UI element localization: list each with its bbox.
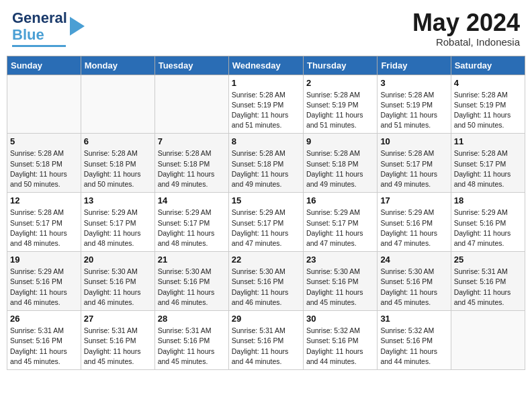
table-row: 21Sunrise: 5:30 AM Sunset: 5:16 PM Dayli…	[154, 252, 228, 311]
calendar-week-3: 12Sunrise: 5:28 AM Sunset: 5:17 PM Dayli…	[7, 193, 525, 252]
day-info: Sunrise: 5:31 AM Sunset: 5:16 PM Dayligh…	[454, 267, 522, 308]
day-number: 2	[306, 78, 374, 88]
day-number: 26	[10, 314, 78, 324]
day-info: Sunrise: 5:28 AM Sunset: 5:19 PM Dayligh…	[232, 90, 300, 131]
table-row: 20Sunrise: 5:30 AM Sunset: 5:16 PM Dayli…	[81, 252, 154, 311]
day-number: 18	[454, 195, 522, 205]
day-number: 23	[306, 255, 374, 265]
table-row: 16Sunrise: 5:29 AM Sunset: 5:17 PM Dayli…	[303, 193, 377, 252]
day-number: 21	[158, 255, 226, 265]
day-number: 20	[84, 255, 152, 265]
table-row: 4Sunrise: 5:28 AM Sunset: 5:19 PM Daylig…	[451, 75, 525, 134]
day-info: Sunrise: 5:29 AM Sunset: 5:17 PM Dayligh…	[232, 208, 300, 248]
month-title: May 2024	[412, 9, 520, 36]
day-info: Sunrise: 5:28 AM Sunset: 5:17 PM Dayligh…	[10, 208, 78, 248]
table-row: 31Sunrise: 5:32 AM Sunset: 5:16 PM Dayli…	[378, 311, 451, 370]
table-row: 28Sunrise: 5:31 AM Sunset: 5:16 PM Dayli…	[154, 311, 228, 370]
table-row: 22Sunrise: 5:30 AM Sunset: 5:16 PM Dayli…	[228, 252, 303, 311]
day-number: 31	[380, 314, 447, 324]
table-row: 25Sunrise: 5:31 AM Sunset: 5:16 PM Dayli…	[451, 252, 525, 311]
day-info: Sunrise: 5:29 AM Sunset: 5:17 PM Dayligh…	[158, 208, 226, 248]
location-subtitle: Robatal, Indonesia	[412, 36, 520, 48]
day-number: 4	[454, 78, 522, 88]
day-number: 8	[232, 136, 300, 146]
day-number: 9	[306, 136, 374, 146]
col-friday: Friday	[378, 56, 451, 75]
day-info: Sunrise: 5:30 AM Sunset: 5:16 PM Dayligh…	[380, 267, 447, 308]
day-info: Sunrise: 5:28 AM Sunset: 5:17 PM Dayligh…	[380, 148, 447, 189]
day-number: 7	[158, 136, 226, 146]
day-number: 27	[84, 314, 152, 324]
table-row	[7, 75, 81, 134]
title-block: May 2024 Robatal, Indonesia	[412, 9, 520, 48]
day-number: 25	[454, 255, 522, 265]
day-info: Sunrise: 5:29 AM Sunset: 5:17 PM Dayligh…	[306, 208, 374, 248]
calendar-week-2: 5Sunrise: 5:28 AM Sunset: 5:18 PM Daylig…	[7, 134, 525, 193]
day-info: Sunrise: 5:29 AM Sunset: 5:17 PM Dayligh…	[84, 208, 152, 248]
day-info: Sunrise: 5:32 AM Sunset: 5:16 PM Dayligh…	[380, 326, 447, 367]
day-number: 11	[454, 136, 522, 146]
day-info: Sunrise: 5:30 AM Sunset: 5:16 PM Dayligh…	[232, 267, 300, 308]
table-row	[451, 311, 525, 370]
table-row: 8Sunrise: 5:28 AM Sunset: 5:18 PM Daylig…	[228, 134, 303, 193]
col-thursday: Thursday	[303, 56, 377, 75]
table-row: 1Sunrise: 5:28 AM Sunset: 5:19 PM Daylig…	[228, 75, 303, 134]
day-info: Sunrise: 5:29 AM Sunset: 5:16 PM Dayligh…	[10, 267, 78, 308]
calendar-table: Sunday Monday Tuesday Wednesday Thursday…	[7, 56, 525, 370]
table-row: 15Sunrise: 5:29 AM Sunset: 5:17 PM Dayli…	[228, 193, 303, 252]
day-number: 30	[306, 314, 374, 324]
day-info: Sunrise: 5:31 AM Sunset: 5:16 PM Dayligh…	[232, 326, 300, 367]
table-row: 6Sunrise: 5:28 AM Sunset: 5:18 PM Daylig…	[81, 134, 154, 193]
day-info: Sunrise: 5:28 AM Sunset: 5:19 PM Dayligh…	[454, 90, 522, 131]
table-row: 24Sunrise: 5:30 AM Sunset: 5:16 PM Dayli…	[378, 252, 451, 311]
logo-general: General	[12, 9, 67, 26]
col-sunday: Sunday	[7, 56, 81, 75]
table-row: 12Sunrise: 5:28 AM Sunset: 5:17 PM Dayli…	[7, 193, 81, 252]
col-tuesday: Tuesday	[154, 56, 228, 75]
day-info: Sunrise: 5:28 AM Sunset: 5:19 PM Dayligh…	[306, 90, 374, 131]
day-number: 1	[232, 78, 300, 88]
day-info: Sunrise: 5:28 AM Sunset: 5:18 PM Dayligh…	[232, 148, 300, 189]
table-row: 10Sunrise: 5:28 AM Sunset: 5:17 PM Dayli…	[378, 134, 451, 193]
table-row: 23Sunrise: 5:30 AM Sunset: 5:16 PM Dayli…	[303, 252, 377, 311]
day-number: 22	[232, 255, 300, 265]
table-row: 2Sunrise: 5:28 AM Sunset: 5:19 PM Daylig…	[303, 75, 377, 134]
day-info: Sunrise: 5:28 AM Sunset: 5:18 PM Dayligh…	[158, 148, 226, 189]
calendar-header-row: Sunday Monday Tuesday Wednesday Thursday…	[7, 56, 525, 75]
table-row: 5Sunrise: 5:28 AM Sunset: 5:18 PM Daylig…	[7, 134, 81, 193]
calendar-week-1: 1Sunrise: 5:28 AM Sunset: 5:19 PM Daylig…	[7, 75, 525, 134]
table-row: 17Sunrise: 5:29 AM Sunset: 5:16 PM Dayli…	[378, 193, 451, 252]
day-info: Sunrise: 5:28 AM Sunset: 5:18 PM Dayligh…	[84, 148, 152, 189]
day-number: 19	[10, 255, 78, 265]
day-info: Sunrise: 5:29 AM Sunset: 5:16 PM Dayligh…	[454, 208, 522, 248]
logo: General Blue	[12, 9, 85, 47]
calendar-week-5: 26Sunrise: 5:31 AM Sunset: 5:16 PM Dayli…	[7, 311, 525, 370]
table-row: 18Sunrise: 5:29 AM Sunset: 5:16 PM Dayli…	[451, 193, 525, 252]
day-number: 24	[380, 255, 447, 265]
day-number: 28	[158, 314, 226, 324]
day-number: 5	[10, 136, 78, 146]
day-number: 16	[306, 195, 374, 205]
table-row: 29Sunrise: 5:31 AM Sunset: 5:16 PM Dayli…	[228, 311, 303, 370]
day-number: 13	[84, 195, 152, 205]
logo-blue: Blue	[12, 26, 44, 43]
day-info: Sunrise: 5:32 AM Sunset: 5:16 PM Dayligh…	[306, 326, 374, 367]
day-number: 17	[380, 195, 447, 205]
day-info: Sunrise: 5:31 AM Sunset: 5:16 PM Dayligh…	[84, 326, 152, 367]
table-row: 3Sunrise: 5:28 AM Sunset: 5:19 PM Daylig…	[378, 75, 451, 134]
day-info: Sunrise: 5:31 AM Sunset: 5:16 PM Dayligh…	[10, 326, 78, 367]
col-saturday: Saturday	[451, 56, 525, 75]
svg-marker-0	[70, 17, 85, 36]
table-row: 27Sunrise: 5:31 AM Sunset: 5:16 PM Dayli…	[81, 311, 154, 370]
day-number: 10	[380, 136, 447, 146]
day-info: Sunrise: 5:30 AM Sunset: 5:16 PM Dayligh…	[306, 267, 374, 308]
day-info: Sunrise: 5:29 AM Sunset: 5:16 PM Dayligh…	[380, 208, 447, 248]
logo-arrow-icon	[70, 17, 85, 36]
day-info: Sunrise: 5:28 AM Sunset: 5:18 PM Dayligh…	[306, 148, 374, 189]
day-info: Sunrise: 5:28 AM Sunset: 5:18 PM Dayligh…	[10, 148, 78, 189]
day-info: Sunrise: 5:30 AM Sunset: 5:16 PM Dayligh…	[84, 267, 152, 308]
col-wednesday: Wednesday	[228, 56, 303, 75]
day-number: 29	[232, 314, 300, 324]
table-row	[154, 75, 228, 134]
calendar-week-4: 19Sunrise: 5:29 AM Sunset: 5:16 PM Dayli…	[7, 252, 525, 311]
